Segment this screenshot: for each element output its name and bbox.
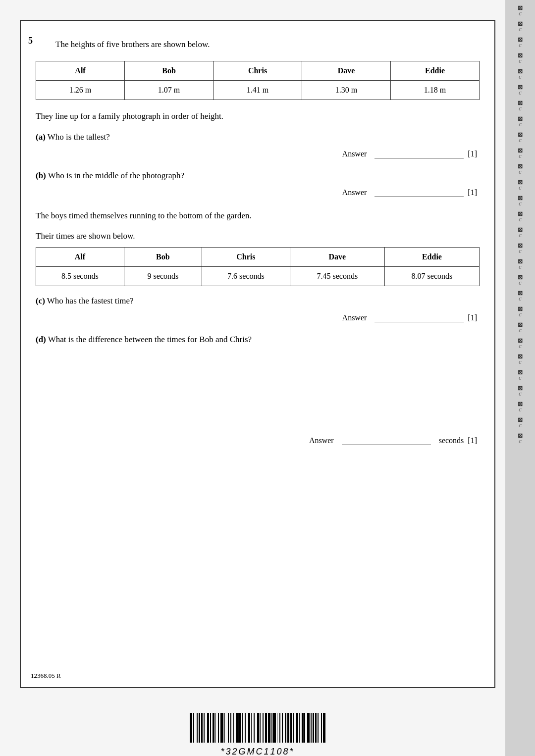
part-a-mark: [1]: [468, 150, 477, 158]
heights-val-bob: 1.07 m: [125, 80, 214, 100]
sidebar-pattern-item: ⊠C: [517, 304, 524, 318]
workings-area: [36, 350, 480, 429]
heights-val-dave: 1.30 m: [302, 80, 391, 100]
times-val-eddie: 8.07 seconds: [384, 267, 479, 286]
part-c-answer-row: Answer [1]: [36, 313, 480, 322]
question-number: 5: [28, 36, 33, 46]
part-b-answer-label: Answer: [342, 188, 367, 197]
sidebar-pattern-item: ⊠C: [517, 209, 524, 223]
sidebar-pattern-item: ⊠C: [517, 431, 524, 445]
part-d: (d) What is the difference between the t…: [36, 335, 480, 345]
sidebar-pattern-item: ⊠C: [517, 289, 524, 302]
sidebar-pattern-item: ⊠C: [517, 384, 524, 398]
part-c: (c) Who has the fastest time?: [36, 296, 480, 306]
sidebar-pattern-item: ⊠C: [517, 3, 524, 17]
sidebar-pattern-item: ⊠C: [517, 241, 524, 255]
barcode-section: *32GMC1108*: [20, 703, 495, 756]
heights-header-chris: Chris: [214, 61, 302, 80]
sidebar-pattern-item: ⊠C: [517, 178, 524, 192]
part-d-answer-label: Answer: [309, 436, 334, 445]
times-val-bob: 9 seconds: [124, 267, 202, 286]
part-a-label: (a): [36, 132, 46, 142]
sidebar-pattern-item: ⊠C: [517, 162, 524, 176]
sidebar-pattern-item: ⊠C: [517, 320, 524, 334]
part-d-answer-row: Answer seconds [1]: [36, 436, 480, 445]
barcode-text: *32GMC1108*: [220, 747, 294, 756]
sidebar-pattern-item: ⊠C: [517, 130, 524, 144]
exam-box: 5 The heights of five brothers are shown…: [20, 20, 495, 688]
page-wrapper: 5 The heights of five brothers are shown…: [0, 0, 535, 756]
times-val-alf: 8.5 seconds: [36, 267, 124, 286]
heights-val-eddie: 1.18 m: [391, 80, 480, 100]
heights-val-alf: 1.26 m: [36, 80, 125, 100]
part-b-label: (b): [36, 171, 46, 180]
sidebar-pattern-item: ⊠C: [517, 146, 524, 160]
sidebar-pattern-item: ⊠C: [517, 257, 524, 271]
right-sidebar: ⊠C⊠C⊠C⊠C⊠C⊠C⊠C⊠C⊠C⊠C⊠C⊠C⊠C⊠C⊠C⊠C⊠C⊠C⊠C⊠C…: [505, 0, 535, 756]
part-c-answer-line[interactable]: [374, 313, 464, 322]
heights-header-eddie: Eddie: [391, 61, 480, 80]
paragraph1: They line up for a family photograph in …: [36, 110, 480, 123]
barcode-image: [190, 713, 326, 743]
sidebar-pattern-item: ⊠C: [517, 83, 524, 97]
times-val-dave: 7.45 seconds: [290, 267, 384, 286]
sidebar-pattern-item: ⊠C: [517, 35, 524, 49]
paragraph2: The boys timed themselves running to the…: [36, 209, 480, 242]
sidebar-pattern-item: ⊠C: [517, 368, 524, 382]
part-a-answer-row: Answer [1]: [36, 150, 480, 158]
part-b-mark: [1]: [468, 188, 477, 197]
part-d-mark: [1]: [468, 436, 477, 445]
part-d-seconds-label: seconds: [439, 436, 464, 445]
part-d-answer-line[interactable]: [342, 436, 431, 445]
heights-val-chris: 1.41 m: [214, 80, 302, 100]
times-header-eddie: Eddie: [384, 248, 479, 267]
sidebar-pattern-item: ⊠C: [517, 99, 524, 112]
part-d-text: What is the difference between the times…: [48, 335, 252, 344]
sidebar-pattern-item: ⊠C: [517, 400, 524, 413]
sidebar-pattern-item: ⊠C: [517, 114, 524, 128]
main-content: 5 The heights of five brothers are shown…: [0, 0, 505, 756]
times-header-dave: Dave: [290, 248, 384, 267]
sidebar-pattern-item: ⊠C: [517, 415, 524, 429]
part-d-label: (d): [36, 335, 46, 344]
times-header-chris: Chris: [202, 248, 290, 267]
part-a: (a) Who is the tallest?: [36, 132, 480, 142]
sidebar-pattern-item: ⊠C: [517, 336, 524, 350]
part-b-answer-row: Answer [1]: [36, 188, 480, 197]
sidebar-pattern-item: ⊠C: [517, 273, 524, 287]
sidebar-pattern-item: ⊠C: [517, 19, 524, 33]
times-header-alf: Alf: [36, 248, 124, 267]
times-table: Alf Bob Chris Dave Eddie 8.5 seconds 9 s…: [36, 247, 480, 286]
part-c-label: (c): [36, 296, 45, 305]
times-val-chris: 7.6 seconds: [202, 267, 290, 286]
heights-header-bob: Bob: [125, 61, 214, 80]
sidebar-pattern-item: ⊠C: [517, 51, 524, 65]
times-header-bob: Bob: [124, 248, 202, 267]
question-intro: The heights of five brothers are shown b…: [55, 38, 480, 51]
part-c-answer-label: Answer: [342, 313, 367, 322]
part-c-text: Who has the fastest time?: [47, 296, 134, 305]
heights-header-alf: Alf: [36, 61, 125, 80]
part-c-mark: [1]: [468, 313, 477, 322]
sidebar-pattern-item: ⊠C: [517, 67, 524, 81]
part-b-text: Who is in the middle of the photograph?: [48, 171, 184, 180]
part-a-answer-line[interactable]: [374, 150, 464, 158]
footer-ref: 12368.05 R: [31, 672, 61, 680]
sidebar-pattern-item: ⊠C: [517, 194, 524, 207]
sidebar-pattern-item: ⊠C: [517, 352, 524, 366]
sidebar-pattern-item: ⊠C: [517, 225, 524, 239]
part-b: (b) Who is in the middle of the photogra…: [36, 171, 480, 181]
heights-header-dave: Dave: [302, 61, 391, 80]
part-b-answer-line[interactable]: [374, 188, 464, 197]
heights-table: Alf Bob Chris Dave Eddie 1.26 m 1.07 m 1…: [36, 61, 480, 100]
part-a-answer-label: Answer: [342, 150, 367, 158]
part-a-text: Who is the tallest?: [48, 132, 110, 142]
